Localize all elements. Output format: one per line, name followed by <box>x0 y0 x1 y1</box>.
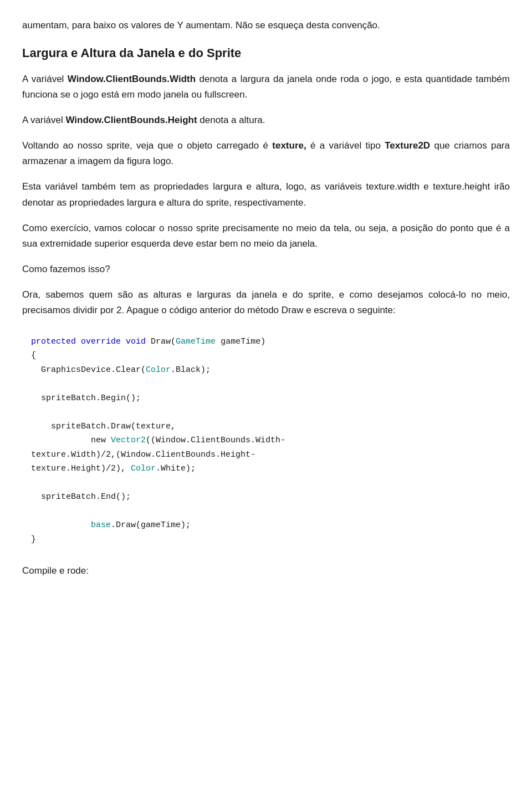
code-line-11 <box>31 476 510 491</box>
code-line-1: protected override void Draw(GameTime ga… <box>31 335 510 349</box>
paragraph-5: Como exercício, vamos colocar o nosso sp… <box>22 221 510 252</box>
code-line-2: { <box>31 349 510 363</box>
code-line-7: spriteBatch.Draw(texture, <box>31 420 510 434</box>
p1-prefix: A variável <box>22 74 68 84</box>
section-title: Largura e Altura da Janela e do Sprite <box>22 43 510 63</box>
paragraph-8: Compile e rode: <box>22 563 510 579</box>
p1-bold: Window.ClientBounds.Width <box>68 74 196 84</box>
code-line-10: texture.Height)/2), Color.White); <box>31 462 510 476</box>
code-line-8: new Vector2((Window.ClientBounds.Width- <box>31 433 510 448</box>
intro-paragraph: aumentam, para baixo os valores de Y aum… <box>22 18 510 33</box>
code-line-9: texture.Width)/2,(Window.ClientBounds.He… <box>31 448 510 462</box>
paragraph-1: A variável Window.ClientBounds.Width den… <box>22 71 510 103</box>
code-line-5: spriteBatch.Begin(); <box>31 391 510 406</box>
p3-bold2: Texture2D <box>385 140 430 151</box>
p3-prefix: Voltando ao nosso sprite, veja que o obj… <box>22 140 272 151</box>
code-line-3: GraphicsDevice.Clear(Color.Black); <box>31 363 510 377</box>
paragraph-7: Ora, sabemos quem são as alturas e largu… <box>22 287 510 318</box>
paragraph-2: A variável Window.ClientBounds.Height de… <box>22 113 510 128</box>
p2-bold: Window.ClientBounds.Height <box>65 115 197 125</box>
p3-mid: é a variável tipo <box>306 140 385 151</box>
code-line-12: spriteBatch.End(); <box>31 490 510 504</box>
p2-suffix: denota a altura. <box>197 115 265 125</box>
code-line-13 <box>31 504 510 519</box>
p2-prefix: A variável <box>22 115 65 125</box>
p3-bold1: texture, <box>272 140 306 151</box>
code-line-15: } <box>31 533 510 547</box>
paragraph-3: Voltando ao nosso sprite, veja que o obj… <box>22 138 510 169</box>
code-block: protected override void Draw(GameTime ga… <box>22 328 510 554</box>
code-line-14: base.Draw(gameTime); <box>31 518 510 533</box>
code-line-4 <box>31 377 510 391</box>
paragraph-4: Esta variável também tem as propriedades… <box>22 179 510 210</box>
paragraph-6: Como fazemos isso? <box>22 262 510 277</box>
code-line-6 <box>31 405 510 420</box>
